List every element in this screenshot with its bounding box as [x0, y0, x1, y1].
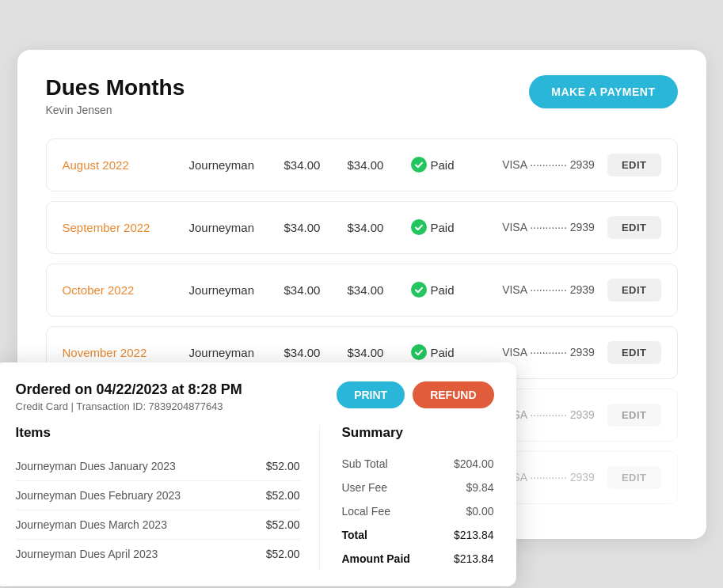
item-row: Journeyman Dues February 2023 $52.00 — [16, 481, 300, 510]
modal-body: Items Journeyman Dues January 2023 $52.0… — [16, 425, 494, 571]
dues-type-1: Journeyman — [189, 221, 284, 234]
userfee-value: $9.84 — [466, 481, 493, 494]
dues-status-0: Paid — [411, 157, 474, 173]
paid-check-icon-2 — [411, 282, 427, 298]
localfee-value: $0.00 — [466, 505, 493, 518]
svg-point-1 — [411, 219, 427, 235]
dues-type-3: Journeyman — [189, 346, 284, 359]
dues-amount-3: $34.00 — [284, 346, 348, 359]
item-price-2: $52.00 — [266, 518, 300, 531]
page-subtitle: Kevin Jensen — [46, 104, 185, 116]
subtotal-value: $204.00 — [454, 457, 494, 470]
item-name-1: Journeyman Dues February 2023 — [16, 489, 266, 502]
total-label: Total — [342, 529, 367, 541]
refund-button[interactable]: REFUND — [413, 381, 493, 408]
userfee-label: User Fee — [342, 481, 388, 494]
item-price-0: $52.00 — [266, 460, 300, 472]
paid-label-3: Paid — [431, 346, 455, 359]
dues-type-0: Journeyman — [189, 158, 284, 172]
main-card: Dues Months Kevin Jensen MAKE A PAYMENT … — [17, 50, 706, 539]
edit-button-3[interactable]: EDIT — [607, 341, 661, 364]
amount-paid-value: $213.84 — [454, 552, 494, 565]
total-value: $213.84 — [454, 529, 494, 541]
item-row: Journeyman Dues January 2023 $52.00 — [16, 452, 300, 481]
modal-items-section: Items Journeyman Dues January 2023 $52.0… — [16, 425, 320, 571]
modal-summary-section: Summary Sub Total $204.00 User Fee $9.84… — [320, 425, 494, 571]
item-price-1: $52.00 — [266, 489, 300, 502]
dues-month-3[interactable]: November 2022 — [63, 346, 189, 359]
dues-paid-1: $34.00 — [348, 221, 411, 234]
dues-paid-0: $34.00 — [348, 158, 411, 172]
page-title: Dues Months — [46, 75, 185, 101]
dues-status-1: Paid — [411, 219, 474, 235]
dues-month-2[interactable]: October 2022 — [63, 283, 189, 297]
summary-subtotal: Sub Total $204.00 — [342, 452, 494, 476]
modal-header: Ordered on 04/22/2023 at 8:28 PM Credit … — [16, 381, 494, 412]
paid-check-icon-3 — [411, 344, 427, 360]
paid-label-0: Paid — [431, 158, 455, 172]
summary-amount-paid: Amount Paid $213.84 — [342, 547, 494, 571]
item-name-3: Journeyman Dues April 2023 — [16, 548, 266, 560]
items-section-label: Items — [16, 425, 300, 441]
print-button[interactable]: PRINT — [337, 381, 405, 408]
edit-button-0[interactable]: EDIT — [607, 154, 661, 176]
modal-actions: PRINT REFUND — [337, 381, 493, 408]
header-text: Dues Months Kevin Jensen — [46, 75, 185, 116]
dues-row: August 2022 Journeyman $34.00 $34.00 Pai… — [46, 138, 678, 192]
item-price-3: $52.00 — [266, 548, 300, 560]
summary-localfee: Local Fee $0.00 — [342, 499, 494, 523]
summary-section-label: Summary — [342, 425, 494, 441]
dues-card-0: VISA ············ 2939 — [474, 158, 607, 171]
dues-paid-2: $34.00 — [348, 283, 411, 297]
edit-button-1[interactable]: EDIT — [607, 216, 661, 239]
dues-card-3: VISA ············ 2939 — [474, 346, 607, 358]
item-name-2: Journeyman Dues March 2023 — [16, 518, 266, 531]
paid-label-1: Paid — [431, 221, 455, 234]
dues-card-1: VISA ············ 2939 — [474, 221, 607, 233]
item-name-0: Journeyman Dues January 2023 — [16, 460, 266, 472]
summary-userfee: User Fee $9.84 — [342, 476, 494, 499]
transaction-modal: Ordered on 04/22/2023 at 8:28 PM Credit … — [0, 362, 516, 586]
dues-row: September 2022 Journeyman $34.00 $34.00 … — [46, 201, 678, 254]
dues-amount-0: $34.00 — [284, 158, 348, 172]
dues-amount-1: $34.00 — [284, 221, 348, 234]
paid-label-2: Paid — [431, 283, 455, 297]
dues-row: October 2022 Journeyman $34.00 $34.00 Pa… — [46, 264, 678, 317]
modal-payment-info: Credit Card | Transaction ID: 7839204877… — [16, 400, 242, 412]
localfee-label: Local Fee — [342, 505, 390, 518]
edit-button-4[interactable]: EDIT — [607, 404, 661, 427]
edit-button-2[interactable]: EDIT — [607, 279, 661, 302]
modal-ordered-label: Ordered on 04/22/2023 at 8:28 PM — [16, 381, 242, 398]
paid-check-icon-0 — [411, 157, 427, 173]
svg-point-0 — [411, 157, 427, 173]
dues-month-1[interactable]: September 2022 — [63, 221, 189, 234]
dues-status-3: Paid — [411, 344, 474, 360]
paid-check-icon-1 — [411, 219, 427, 235]
dues-type-2: Journeyman — [189, 283, 284, 297]
summary-total: Total $213.84 — [342, 523, 494, 547]
edit-button-5[interactable]: EDIT — [607, 466, 661, 489]
item-row: Journeyman Dues April 2023 $52.00 — [16, 540, 300, 568]
svg-point-3 — [411, 344, 427, 360]
dues-month-0[interactable]: August 2022 — [63, 158, 189, 172]
svg-point-2 — [411, 282, 427, 298]
dues-amount-2: $34.00 — [284, 283, 348, 297]
subtotal-label: Sub Total — [342, 457, 388, 470]
item-row: Journeyman Dues March 2023 $52.00 — [16, 510, 300, 540]
dues-paid-3: $34.00 — [348, 346, 411, 359]
header-row: Dues Months Kevin Jensen MAKE A PAYMENT — [46, 75, 678, 116]
dues-status-2: Paid — [411, 282, 474, 298]
modal-title-block: Ordered on 04/22/2023 at 8:28 PM Credit … — [16, 381, 242, 412]
dues-card-2: VISA ············ 2939 — [474, 283, 607, 296]
make-payment-button[interactable]: MAKE A PAYMENT — [529, 75, 677, 108]
amount-paid-label: Amount Paid — [342, 552, 410, 565]
